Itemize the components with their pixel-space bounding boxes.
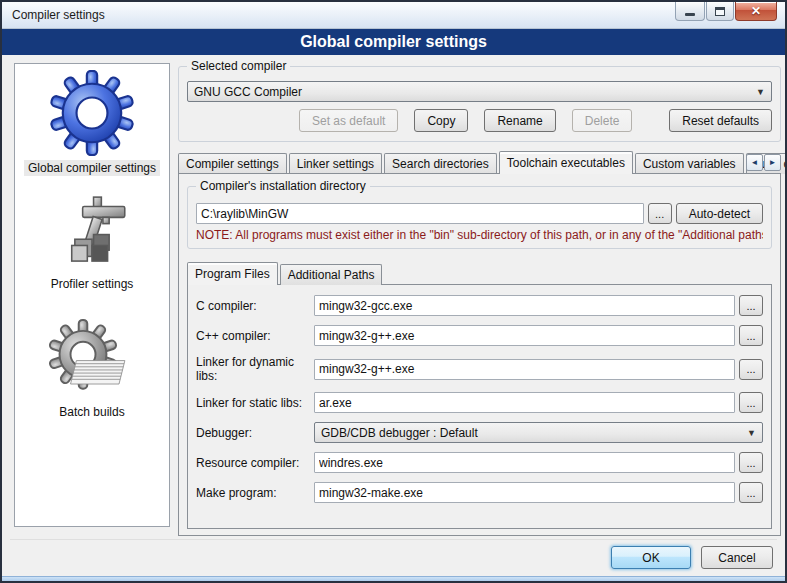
resource-compiler-browse-button[interactable]: ... xyxy=(739,452,763,473)
debugger-select[interactable]: GDB/CDB debugger : Default ▼ xyxy=(314,422,763,443)
cpp-compiler-input[interactable] xyxy=(314,325,735,346)
page-title: Global compiler settings xyxy=(2,29,785,55)
footer-separator xyxy=(10,539,777,540)
chevron-down-icon: ▼ xyxy=(756,88,765,97)
dynamic-linker-browse-button[interactable]: ... xyxy=(739,359,763,380)
toolchain-executables-panel: Compiler's installation directory ... Au… xyxy=(178,173,781,536)
close-icon: ✕ xyxy=(751,5,761,17)
selected-compiler-group: Selected compiler GNU GCC Compiler ▼ Set… xyxy=(178,66,781,142)
resource-compiler-label: Resource compiler: xyxy=(196,456,314,470)
debugger-select-value: GDB/CDB debugger : Default xyxy=(321,426,478,440)
caliper-icon xyxy=(53,194,131,272)
main-panel: Selected compiler GNU GCC Compiler ▼ Set… xyxy=(178,58,781,532)
compiler-select[interactable]: GNU GCC Compiler ▼ xyxy=(187,81,772,102)
sidebar-item-label: Batch builds xyxy=(55,404,128,420)
chevron-down-icon: ▼ xyxy=(747,429,756,438)
browse-directory-button[interactable]: ... xyxy=(648,203,672,224)
debugger-label: Debugger: xyxy=(196,426,314,440)
installation-directory-input[interactable] xyxy=(196,203,644,224)
sidebar-item-profiler-settings[interactable]: Profiler settings xyxy=(47,194,138,292)
tab-custom-variables[interactable]: Custom variables xyxy=(635,153,744,174)
tab-additional-paths[interactable]: Additional Paths xyxy=(280,264,383,285)
make-program-label: Make program: xyxy=(196,486,314,500)
sidebar-item-global-compiler-settings[interactable]: Global compiler settings xyxy=(24,70,160,176)
sidebar-item-label: Global compiler settings xyxy=(24,160,160,176)
window-controls: ✕ xyxy=(674,2,777,21)
tab-scrollers: ◄ ► xyxy=(746,154,781,171)
tab-scroll-right-icon[interactable]: ► xyxy=(764,154,781,171)
sidebar-item-batch-builds[interactable]: Batch builds xyxy=(49,318,135,420)
blue-gear-icon xyxy=(49,70,135,156)
dynamic-linker-row: Linker for dynamic libs: ... xyxy=(196,355,763,383)
auto-detect-button[interactable]: Auto-detect xyxy=(676,203,763,224)
dynamic-linker-label: Linker for dynamic libs: xyxy=(196,355,314,383)
static-linker-label: Linker for static libs: xyxy=(196,396,314,410)
cpp-compiler-row: C++ compiler: ... xyxy=(196,325,763,346)
settings-tabstrip: Compiler settings Linker settings Search… xyxy=(178,151,781,174)
cancel-button[interactable]: Cancel xyxy=(701,546,773,569)
make-program-row: Make program: ... xyxy=(196,482,763,503)
debugger-row: Debugger: GDB/CDB debugger : Default ▼ xyxy=(196,422,763,443)
copy-button[interactable]: Copy xyxy=(414,109,468,132)
dynamic-linker-input[interactable] xyxy=(314,359,735,380)
c-compiler-label: C compiler: xyxy=(196,299,314,313)
set-as-default-button[interactable]: Set as default xyxy=(299,109,398,132)
sidebar-item-label: Profiler settings xyxy=(47,276,138,292)
program-files-tabstrip: Program Files Additional Paths xyxy=(187,263,772,285)
make-program-browse-button[interactable]: ... xyxy=(739,482,763,503)
resource-compiler-row: Resource compiler: ... xyxy=(196,452,763,473)
compiler-select-value: GNU GCC Compiler xyxy=(194,85,302,99)
window-bottom-frame xyxy=(2,576,785,581)
reset-defaults-button[interactable]: Reset defaults xyxy=(669,109,772,132)
static-linker-row: Linker for static libs: ... xyxy=(196,392,763,413)
minimize-icon xyxy=(685,13,695,16)
minimize-button[interactable] xyxy=(675,2,705,21)
title-bar[interactable]: Compiler settings ✕ xyxy=(2,2,785,29)
window-title: Compiler settings xyxy=(12,8,105,22)
rename-button[interactable]: Rename xyxy=(484,109,555,132)
close-button[interactable]: ✕ xyxy=(735,2,777,21)
c-compiler-input[interactable] xyxy=(314,295,735,316)
make-program-input[interactable] xyxy=(314,482,735,503)
selected-compiler-group-label: Selected compiler xyxy=(187,59,290,73)
delete-button[interactable]: Delete xyxy=(572,109,633,132)
installation-directory-group: Compiler's installation directory ... Au… xyxy=(187,186,772,249)
compiler-buttons-row: Set as default Copy Rename Delete Reset … xyxy=(187,109,772,132)
tab-toolchain-executables[interactable]: Toolchain executables xyxy=(499,151,633,174)
c-compiler-row: C compiler: ... xyxy=(196,295,763,316)
maximize-icon xyxy=(715,7,725,16)
tab-scroll-left-icon[interactable]: ◄ xyxy=(746,154,763,171)
c-compiler-browse-button[interactable]: ... xyxy=(739,295,763,316)
settings-category-sidebar: Global compiler settings xyxy=(14,63,170,527)
ok-button[interactable]: OK xyxy=(611,546,691,569)
dialog-footer: OK Cancel xyxy=(611,546,773,569)
cpp-compiler-label: C++ compiler: xyxy=(196,329,314,343)
program-files-panel: C compiler: ... C++ compiler: ... Linker… xyxy=(187,284,772,529)
tab-linker-settings[interactable]: Linker settings xyxy=(289,153,382,174)
cpp-compiler-browse-button[interactable]: ... xyxy=(739,325,763,346)
tab-search-directories[interactable]: Search directories xyxy=(384,153,497,174)
installation-directory-row: ... Auto-detect xyxy=(196,203,763,224)
maximize-button[interactable] xyxy=(706,2,734,21)
tab-program-files[interactable]: Program Files xyxy=(187,262,278,285)
note-text: NOTE: All programs must exist either in … xyxy=(196,228,763,242)
installation-directory-group-label: Compiler's installation directory xyxy=(196,179,370,193)
static-linker-browse-button[interactable]: ... xyxy=(739,392,763,413)
gray-gear-icon xyxy=(49,318,135,400)
compiler-settings-dialog: Compiler settings ✕ Global compiler sett… xyxy=(0,0,787,583)
static-linker-input[interactable] xyxy=(314,392,735,413)
resource-compiler-input[interactable] xyxy=(314,452,735,473)
tab-compiler-settings[interactable]: Compiler settings xyxy=(178,153,287,174)
